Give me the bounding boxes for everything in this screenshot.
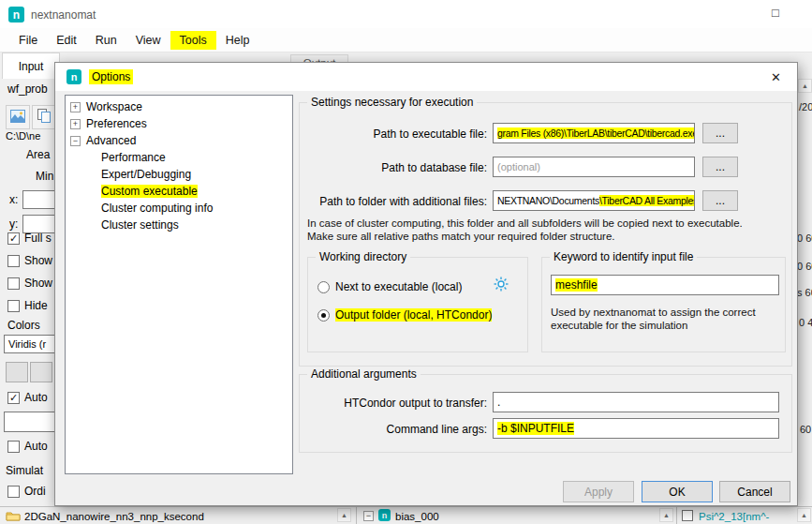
checkbox-icon[interactable]: [7, 300, 20, 312]
exec-path-field[interactable]: gram Files (x86)\TiberLAB\tiberCAD\tiber…: [493, 123, 695, 143]
checkbox-icon[interactable]: [7, 441, 20, 453]
menu-file[interactable]: File: [9, 31, 47, 50]
nextnano-logo-icon: n: [66, 69, 81, 84]
edge-fragment: 60: [800, 424, 811, 435]
cmdline-args-field[interactable]: -b $INPUTFILE: [493, 418, 779, 439]
auto-label-2: Auto: [24, 440, 48, 453]
edge-fragment: 0 4: [799, 317, 812, 328]
radio-output-folder[interactable]: Output folder (local, HTCondor): [317, 308, 492, 322]
bottom-bias-folder[interactable]: bias_000: [395, 511, 439, 522]
menu-run[interactable]: Run: [86, 31, 126, 50]
keyword-group: Keyword to identify input file meshfile …: [541, 257, 786, 352]
htcondor-output-label: HTCondor output to transfer:: [300, 397, 487, 410]
show-checkbox-1[interactable]: Show: [7, 254, 52, 267]
output-item-name[interactable]: Psi^2_13[nm^-: [699, 511, 769, 522]
menu-edit[interactable]: Edit: [47, 31, 86, 50]
tree-item-cluster-settings[interactable]: Cluster settings: [66, 217, 292, 233]
auto-label-1: Auto: [24, 391, 48, 404]
keyword-note-line2: executable for the simulation: [551, 320, 687, 331]
titlebar: n nextnanomat □: [0, 0, 812, 28]
close-icon[interactable]: ✕: [755, 63, 797, 91]
maximize-icon[interactable]: □: [772, 6, 779, 20]
tree-item-cluster-computing-info[interactable]: Cluster computing info: [66, 200, 292, 217]
tree-item-custom-executable[interactable]: Custom executable: [66, 183, 292, 200]
scroll-up-icon: ▲: [663, 512, 670, 518]
bottom-folder-name[interactable]: 2DGaN_nanowire_nn3_nnp_ksecond: [24, 511, 204, 522]
tree-item-preferences[interactable]: + Preferences: [66, 115, 292, 132]
panel-divider: [356, 506, 357, 524]
cluster-note-line2: Make sure all relative paths match your …: [307, 231, 615, 242]
tree-collapse-icon[interactable]: −: [363, 511, 374, 521]
checkbox-icon[interactable]: [7, 255, 20, 267]
copy-icon: [37, 109, 51, 126]
scroll-up-button[interactable]: ▲: [337, 508, 351, 522]
ordi-checkbox[interactable]: Ordi: [7, 485, 46, 498]
folder-browse-button[interactable]: ...: [702, 190, 738, 211]
htcondor-output-field[interactable]: .: [493, 392, 779, 412]
checkbox-icon[interactable]: [7, 277, 20, 290]
checkbox-checked-icon[interactable]: ✓: [7, 232, 20, 245]
ok-button[interactable]: OK: [642, 481, 713, 502]
exec-path-value: gram Files (x86)\TiberLAB\tiberCAD\tiber…: [497, 127, 695, 139]
radio-icon[interactable]: [317, 281, 330, 293]
db-path-label: Path to database file:: [300, 161, 487, 174]
file-selector-label[interactable]: wf_prob: [7, 82, 48, 96]
radio-output-folder-label: Output folder (local, HTCondor): [335, 308, 492, 322]
checkbox-icon[interactable]: [7, 486, 20, 498]
menu-help[interactable]: Help: [216, 31, 259, 50]
output-item-checkbox[interactable]: [682, 510, 693, 521]
checkbox-checked-icon[interactable]: ✓: [7, 392, 20, 404]
radio-selected-icon[interactable]: [317, 309, 330, 322]
folder-path-field[interactable]: NEXTNANO\Documents\TiberCAD All Examples: [493, 190, 695, 211]
cancel-button[interactable]: Cancel: [719, 481, 790, 502]
exec-browse-button[interactable]: ...: [702, 123, 738, 143]
apply-button[interactable]: Apply: [563, 481, 634, 502]
auto-checkbox-1[interactable]: ✓ Auto: [7, 391, 48, 404]
min-label: Min: [36, 170, 53, 183]
tree-item-label: Cluster computing info: [101, 202, 213, 215]
tree-item-advanced[interactable]: − Advanced: [66, 132, 292, 149]
app-window: n nextnanomat □ File Edit Run View Tools…: [0, 0, 812, 524]
window-title: nextnanomat: [31, 8, 96, 22]
exec-path-label: Path to executable file:: [300, 127, 487, 141]
edge-fragment: /20: [799, 101, 812, 112]
scroll-up-icon: ▲: [341, 512, 347, 518]
copy-button[interactable]: [32, 105, 56, 129]
show-label-1: Show: [24, 254, 52, 267]
collapse-icon[interactable]: −: [70, 136, 81, 146]
radio-next-to-executable[interactable]: Next to executable (local): [317, 280, 462, 293]
tree-item-label: Cluster settings: [101, 218, 179, 232]
edge-fragment: s 60: [797, 287, 812, 298]
db-path-field[interactable]: (optional): [493, 157, 695, 177]
scroll-up-button[interactable]: ▲: [797, 508, 811, 522]
scroll-up-icon: ▲: [802, 82, 808, 89]
auto-checkbox-2[interactable]: Auto: [7, 440, 48, 453]
show-checkbox-2[interactable]: Show: [7, 277, 52, 290]
db-browse-button[interactable]: ...: [702, 157, 738, 177]
menubar: File Edit Run View Tools Help: [0, 28, 812, 52]
scroll-up-button[interactable]: ▲: [659, 508, 673, 522]
menu-tools[interactable]: Tools: [170, 31, 216, 50]
hint-lightbulb-icon: [494, 277, 509, 294]
color-tool-button-1[interactable]: [6, 362, 28, 382]
dialog-title: Options: [89, 69, 133, 84]
tree-item-label: Workspace: [86, 100, 142, 113]
dialog-titlebar: n Options ✕: [55, 63, 797, 91]
tree-item-expert-debugging[interactable]: Expert/Debugging: [66, 166, 292, 183]
scroll-up-button[interactable]: ▲: [798, 79, 812, 93]
ordi-label: Ordi: [24, 485, 46, 498]
expand-icon[interactable]: +: [70, 119, 81, 129]
simulation-label: Simulat: [6, 464, 43, 477]
full-scale-label: Full s: [24, 232, 52, 245]
full-scale-checkbox[interactable]: ✓ Full s: [7, 232, 52, 245]
tree-item-workspace[interactable]: + Workspace: [66, 98, 292, 115]
tab-input[interactable]: Input: [2, 52, 60, 79]
export-image-button[interactable]: [6, 105, 30, 129]
tree-item-performance[interactable]: Performance: [66, 149, 292, 166]
hide-checkbox[interactable]: Hide: [7, 299, 48, 312]
folder-path-prefix: NEXTNANO\Documents: [497, 195, 599, 206]
menu-view[interactable]: View: [126, 31, 170, 50]
keyword-field[interactable]: meshfile: [551, 275, 779, 295]
color-tool-button-2[interactable]: [30, 362, 52, 382]
expand-icon[interactable]: +: [70, 102, 81, 112]
